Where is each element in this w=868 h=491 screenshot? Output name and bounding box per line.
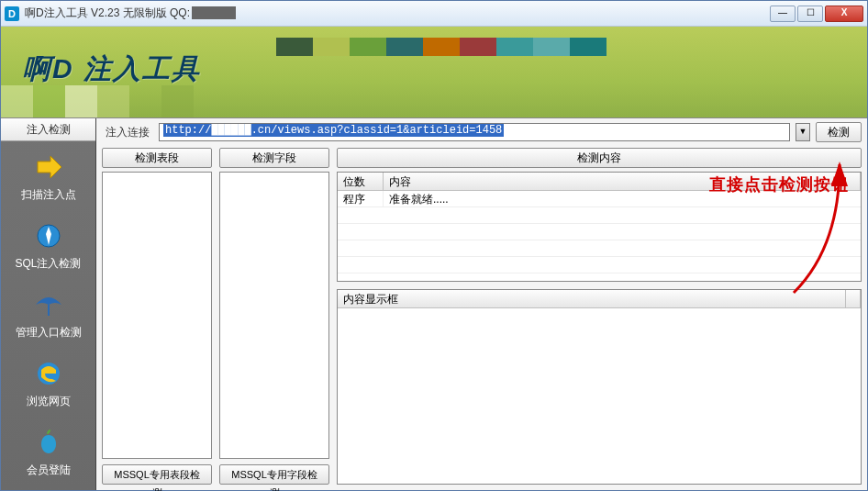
- sidebar-item-sql[interactable]: SQL注入检测: [1, 219, 95, 272]
- sidebar: 注入检测 扫描注入点 SQL注入检测 管理入口检测 浏览网页: [1, 118, 96, 490]
- url-dropdown-button[interactable]: ▼: [796, 123, 810, 141]
- sidebar-item-admin[interactable]: 管理入口检测: [1, 288, 95, 340]
- sidebar-item-label: 会员登陆: [27, 463, 71, 478]
- url-suffix: .cn/views.asp?classid=1&articleid=1458: [251, 124, 503, 137]
- detect-table-button[interactable]: 检测表段: [102, 148, 212, 168]
- url-input[interactable]: http://██████.cn/views.asp?classid=1&art…: [159, 123, 790, 141]
- annotation-text: 直接点击检测按钮: [709, 173, 849, 195]
- title-text: 啊D注入工具 V2.23 无限制版 QQ:: [25, 6, 190, 19]
- url-row: 注入连接 http://██████.cn/views.asp?classid=…: [102, 122, 862, 142]
- body-area: 注入检测 扫描注入点 SQL注入检测 管理入口检测 浏览网页: [1, 118, 867, 490]
- detect-field-button[interactable]: 检测字段: [219, 148, 329, 168]
- banner: 啊D 注入工具: [1, 27, 867, 118]
- titlebar[interactable]: D 啊D注入工具 V2.23 无限制版 QQ:xxxx — ☐ X: [1, 1, 867, 27]
- url-label: 注入连接: [102, 125, 153, 140]
- app-window: D 啊D注入工具 V2.23 无限制版 QQ:xxxx — ☐ X 啊D 注入工…: [0, 0, 868, 491]
- close-button[interactable]: X: [825, 6, 863, 22]
- table-listbox[interactable]: [102, 172, 212, 459]
- window-title: 啊D注入工具 V2.23 无限制版 QQ:xxxx: [25, 6, 770, 21]
- sidebar-item-label: 管理入口检测: [16, 325, 82, 340]
- main-panel: 注入连接 http://██████.cn/views.asp?classid=…: [96, 118, 867, 490]
- column-tables: 检测表段 MSSQL专用表段检测: [102, 148, 212, 485]
- arrow-right-icon: [32, 151, 65, 184]
- content-header-row: 内容显示框: [338, 290, 861, 308]
- apple-icon: [32, 426, 65, 459]
- sidebar-item-login[interactable]: 会员登陆: [1, 426, 95, 478]
- content-header[interactable]: 内容显示框: [338, 290, 846, 307]
- banner-title: 啊D 注入工具: [23, 50, 201, 88]
- detect-button[interactable]: 检测: [816, 122, 862, 142]
- minimize-button[interactable]: —: [770, 6, 796, 22]
- sidebar-item-label: 扫描注入点: [21, 187, 76, 203]
- mssql-table-button[interactable]: MSSQL专用表段检测: [102, 464, 212, 485]
- columns: 检测表段 MSSQL专用表段检测 检测字段 MSSQL专用字段检测 检测内容 位…: [102, 148, 862, 485]
- column-content: 检测内容 位数 内容 程序 准备就绪.....: [337, 148, 862, 485]
- grid-body: 程序 准备就绪.....: [338, 191, 861, 273]
- sidebar-item-label: 浏览网页: [27, 394, 71, 409]
- content-header-spacer: [846, 290, 861, 307]
- field-listbox[interactable]: [219, 172, 329, 459]
- umbrella-icon: [32, 288, 65, 321]
- redacted-text: xxxx: [192, 6, 236, 19]
- sidebar-items: 扫描注入点 SQL注入检测 管理入口检测 浏览网页 会员登陆: [1, 141, 95, 491]
- ie-icon: [32, 357, 65, 390]
- content-display-box[interactable]: 内容显示框: [337, 289, 862, 485]
- grid-cell: 程序: [338, 191, 384, 206]
- sidebar-item-label: SQL注入检测: [15, 256, 81, 272]
- window-controls: — ☐ X: [770, 6, 863, 22]
- grid-header-col1[interactable]: 位数: [338, 173, 384, 190]
- decorative-blocks: [276, 38, 606, 56]
- mssql-field-button[interactable]: MSSQL专用字段检测: [219, 464, 329, 485]
- detect-content-button[interactable]: 检测内容: [337, 148, 862, 168]
- app-icon: D: [5, 6, 19, 21]
- sidebar-tab-header[interactable]: 注入检测: [1, 118, 95, 141]
- decorative-blocks-bottom: [1, 85, 194, 117]
- maximize-button[interactable]: ☐: [797, 6, 823, 22]
- column-fields: 检测字段 MSSQL专用字段检测: [219, 148, 329, 485]
- sidebar-item-browse[interactable]: 浏览网页: [1, 357, 95, 409]
- sidebar-item-scan[interactable]: 扫描注入点: [1, 151, 95, 203]
- url-prefix: http://: [165, 124, 211, 137]
- compass-icon: [32, 219, 65, 252]
